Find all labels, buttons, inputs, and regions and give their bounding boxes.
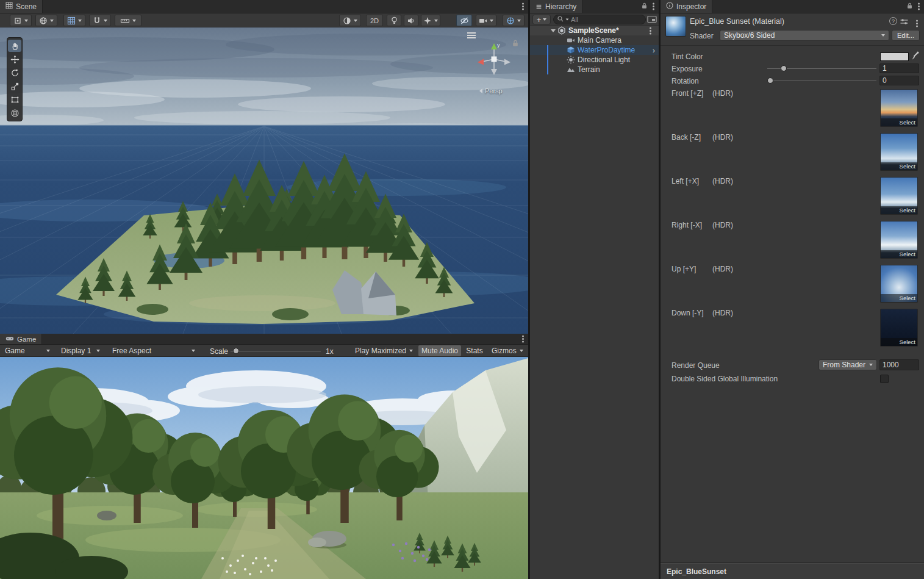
mute-audio-toggle[interactable]: Mute Audio <box>418 345 461 356</box>
gizmos-dropdown[interactable]: Gizmos <box>488 345 526 356</box>
texture-thumbnail-left[interactable]: Select <box>880 177 918 215</box>
inspector-tab-kebab-icon[interactable] <box>918 5 920 7</box>
texture-select-button[interactable]: Select <box>881 294 917 302</box>
hand-tool-button[interactable] <box>8 40 21 52</box>
scale-tool-button[interactable] <box>8 80 21 92</box>
lock-icon[interactable] <box>907 2 912 11</box>
move-tool-button[interactable] <box>8 53 21 65</box>
open-prefab-chevron-icon[interactable]: › <box>653 46 655 54</box>
texture-thumbnail-back[interactable]: Select <box>880 133 918 171</box>
shader-label: Shader <box>690 32 714 40</box>
exposure-slider-thumb[interactable] <box>781 65 787 71</box>
double-sided-gi-checkbox[interactable] <box>880 375 889 383</box>
hierarchy-list-icon <box>537 6 542 7</box>
mode-2d-button[interactable]: 2D <box>366 15 383 26</box>
foldout-open-icon[interactable] <box>551 29 556 32</box>
snap-increment-dropdown[interactable] <box>115 15 141 26</box>
texture-select-button[interactable]: Select <box>881 162 917 170</box>
texture-select-button[interactable]: Select <box>881 118 917 126</box>
display-dropdown[interactable]: Display 1 <box>57 345 104 356</box>
hierarchy-tabbar: Hierarchy <box>530 0 659 13</box>
exposure-field[interactable]: 1 <box>879 63 919 73</box>
texture-select-button[interactable]: Select <box>881 338 917 346</box>
move-icon <box>10 55 20 64</box>
picture-in-picture-icon[interactable] <box>647 15 657 25</box>
effects-dropdown[interactable] <box>421 15 440 26</box>
tint-color-swatch[interactable] <box>880 52 909 61</box>
lock-icon[interactable] <box>642 2 647 11</box>
hdr-label: (HDR) <box>712 309 733 317</box>
rotation-slider[interactable] <box>767 76 876 85</box>
scene-toolbar: 2D <box>0 13 528 27</box>
render-queue-dropdown[interactable]: From Shader <box>818 359 877 370</box>
hierarchy-item-directional-light[interactable]: Directional Light <box>530 55 659 65</box>
game-tab-kebab-icon[interactable] <box>522 338 524 340</box>
hierarchy-item-terrain[interactable]: Terrain <box>530 65 659 74</box>
tab-inspector[interactable]: Inspector <box>661 0 712 13</box>
hierarchy-tab-kebab-icon[interactable] <box>653 5 654 7</box>
material-preview-icon[interactable] <box>665 16 686 37</box>
tab-game[interactable]: Game <box>0 334 42 344</box>
eyedropper-button[interactable] <box>911 51 919 62</box>
grid-snapping-dropdown[interactable] <box>89 15 111 26</box>
tool-handle-rotation-dropdown[interactable] <box>35 15 57 26</box>
hdr-label: (HDR) <box>712 177 733 185</box>
transform-tool-button[interactable] <box>8 107 21 119</box>
hierarchy-scene-row[interactable]: SampleScene* <box>530 26 659 35</box>
play-mode-dropdown[interactable]: Play Maximized <box>351 345 412 356</box>
texture-thumbnail-up[interactable]: Select <box>880 265 918 303</box>
edit-button-label: Edit... <box>897 32 914 39</box>
texture-thumbnail-front[interactable]: Select <box>880 89 918 127</box>
scene-lighting-button[interactable] <box>387 15 401 26</box>
eyedropper-icon <box>911 51 919 60</box>
scale-slider-thumb[interactable] <box>233 348 239 354</box>
hierarchy-search[interactable] <box>553 15 646 24</box>
hierarchy-item-waterprodaytime[interactable]: WaterProDaytime › <box>530 45 659 55</box>
shader-edit-button[interactable]: Edit... <box>892 30 920 41</box>
shader-dropdown[interactable]: Skybox/6 Sided <box>720 30 889 41</box>
grid-visibility-dropdown[interactable] <box>63 15 85 26</box>
persp-toggle[interactable]: Persp <box>479 87 503 95</box>
overlay-menu-icon[interactable] <box>467 35 476 36</box>
camera-view-dropdown[interactable] <box>476 15 496 26</box>
tab-hierarchy[interactable]: Hierarchy <box>530 0 582 13</box>
rotation-field[interactable]: 0 <box>879 76 919 85</box>
preview-footer-bar[interactable]: Epic_BlueSunset <box>661 563 924 579</box>
hdr-label: (HDR) <box>712 89 733 98</box>
scene-viewport[interactable]: y Persp <box>0 27 528 334</box>
search-icon <box>557 15 564 24</box>
texture-thumbnail-right[interactable]: Select <box>880 221 918 259</box>
exposure-slider[interactable] <box>767 63 876 73</box>
hierarchy-item-main-camera[interactable]: Main Camera <box>530 35 659 45</box>
hierarchy-search-input[interactable] <box>571 16 642 23</box>
texture-thumbnail-down[interactable]: Select <box>880 309 918 347</box>
draw-mode-dropdown[interactable] <box>339 15 361 26</box>
scene-audio-button[interactable] <box>404 15 418 26</box>
create-object-button[interactable]: + <box>532 15 551 24</box>
scene-view-icon <box>5 2 13 11</box>
scene-row-kebab-icon[interactable] <box>650 30 651 32</box>
tool-handle-position-dropdown[interactable] <box>10 15 32 26</box>
scene-visibility-button[interactable] <box>456 15 472 26</box>
inspector-tabbar: Inspector <box>661 0 924 13</box>
render-queue-field[interactable]: 1000 <box>879 359 919 370</box>
game-viewport[interactable] <box>0 357 528 579</box>
rotation-slider-thumb[interactable] <box>767 77 773 84</box>
texture-select-button[interactable]: Select <box>881 250 917 258</box>
rect-tool-button[interactable] <box>8 93 21 106</box>
texture-select-button[interactable]: Select <box>881 206 917 214</box>
scene-gizmos-dropdown[interactable] <box>503 15 525 26</box>
material-kebab-icon[interactable] <box>916 18 918 26</box>
eye-off-icon <box>460 16 469 25</box>
game-panel: Game Game Display 1 Free Aspect Scale 1x… <box>0 334 528 579</box>
tab-scene[interactable]: Scene <box>0 0 43 13</box>
rotate-tool-button[interactable] <box>8 67 21 79</box>
scale-slider[interactable] <box>231 346 321 356</box>
game-target-dropdown[interactable]: Game <box>1 345 54 356</box>
aspect-ratio-dropdown[interactable]: Free Aspect <box>109 345 199 356</box>
scene-tab-kebab-icon[interactable] <box>522 5 524 7</box>
scene-orientation-gizmo[interactable]: y <box>475 40 514 79</box>
help-button[interactable]: ? <box>889 17 897 25</box>
presets-button[interactable] <box>900 18 908 27</box>
stats-toggle[interactable]: Stats <box>464 345 485 356</box>
